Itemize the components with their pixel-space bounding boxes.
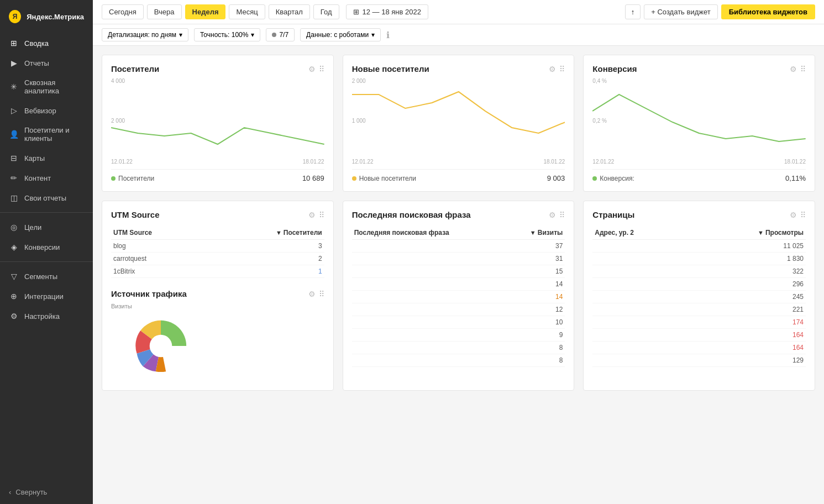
page-views: 174 <box>691 316 806 329</box>
chevron-down-icon3: ▾ <box>371 31 375 39</box>
traffic-section: Источник трафика ⚙ ⠿ Визиты <box>111 289 324 381</box>
new-visitors-dates: 12.01.22 18.01.22 <box>352 159 565 165</box>
sidebar-item-integracii[interactable]: ⊕ Интеграции <box>0 286 93 306</box>
conversion-legend-label: Конверсия: <box>592 175 634 182</box>
sidebar-item-karty-label: Карты <box>24 154 45 162</box>
utm-visitors-cell: 1 <box>209 265 324 278</box>
visitors-svg <box>111 78 324 155</box>
drag-icon2[interactable]: ⠿ <box>559 65 565 74</box>
search-phrase-icons: ⚙ ⠿ <box>549 211 565 219</box>
table-row: 31 <box>352 253 565 265</box>
visits-cell: 15 <box>507 265 565 278</box>
pages-col1: Адрес, ур. 2 <box>592 226 691 240</box>
settings-icon6[interactable]: ⚙ <box>308 290 316 298</box>
table-row: 164 <box>592 342 806 354</box>
visitors-legend-value: 10 689 <box>302 174 324 182</box>
sidebar-item-tseli[interactable]: ◎ Цели <box>0 217 93 237</box>
counter-dropdown[interactable]: 7/7 <box>266 28 295 41</box>
week-button[interactable]: Неделя <box>185 4 226 19</box>
settings-icon4[interactable]: ⚙ <box>549 211 556 219</box>
sidebar-collapse-button[interactable]: ‹ Свернуть <box>0 480 93 504</box>
drag-icon[interactable]: ⠿ <box>319 65 324 74</box>
sidebar-item-svoi[interactable]: ◫ Свои отчеты <box>0 188 93 208</box>
visitors-y-top: 4 000 <box>111 78 125 84</box>
page-addr <box>592 265 691 278</box>
date-range-picker[interactable]: ⊞ 12 — 18 янв 2022 <box>346 4 428 19</box>
collapse-label: Свернуть <box>15 488 47 496</box>
page-addr <box>592 291 691 303</box>
visits-cell: 14 <box>507 291 565 303</box>
visitors-legend-label: Посетители <box>111 175 154 182</box>
phrase-cell <box>352 240 507 253</box>
drag-icon5[interactable]: ⠿ <box>319 211 324 219</box>
sidebar-item-segmenty-label: Сегменты <box>24 272 57 281</box>
traffic-subtitle: Визиты <box>111 303 324 309</box>
sidebar-item-nastrojka[interactable]: ⚙ Настройка <box>0 306 93 326</box>
accuracy-dropdown[interactable]: Точность: 100% ▾ <box>194 28 260 41</box>
year-button[interactable]: Год <box>313 4 339 19</box>
sidebar-item-svodka[interactable]: ⊞ Сводка <box>0 33 93 53</box>
new-visitors-widget: Новые посетители ⚙ ⠿ 2 000 1 000 12.01.2… <box>343 55 575 192</box>
drag-icon6[interactable]: ⠿ <box>319 290 324 298</box>
library-button[interactable]: Библиотека виджетов <box>721 4 815 19</box>
table-row: 1cBitrix 1 <box>111 265 324 278</box>
quarter-button[interactable]: Квартал <box>269 4 310 19</box>
new-visitors-y-mid: 1 000 <box>352 118 366 124</box>
phrase-cell <box>352 265 507 278</box>
detail-dropdown[interactable]: Детализация: по дням ▾ <box>102 28 188 41</box>
table-row: 9 <box>352 329 565 342</box>
conversion-date-start: 12.01.22 <box>592 159 614 165</box>
page-views: 296 <box>691 278 806 291</box>
pages-table: Адрес, ур. 2 ▼ Просмотры 11 025 1 830 32… <box>592 226 806 367</box>
nastrojka-icon: ⚙ <box>9 312 19 321</box>
phrase-cell <box>352 278 507 291</box>
sidebar-item-svoi-label: Свои отчеты <box>24 194 66 202</box>
table-row: 11 025 <box>592 240 806 253</box>
visits-cell: 10 <box>507 316 565 329</box>
sidebar-item-vebvizor[interactable]: ▷ Вебвизор <box>0 101 93 120</box>
visitors-chart: 4 000 2 000 <box>111 78 324 158</box>
table-row: 10 <box>352 316 565 329</box>
page-views: 245 <box>691 291 806 303</box>
sidebar-item-segmenty[interactable]: ▽ Сегменты <box>0 266 93 286</box>
create-widget-button[interactable]: + Создать виджет <box>644 4 717 19</box>
settings-icon5[interactable]: ⚙ <box>308 211 316 219</box>
settings-icon[interactable]: ⚙ <box>308 65 316 74</box>
posetiteli-icon: 👤 <box>9 130 19 139</box>
visitors-dates: 12.01.22 18.01.22 <box>111 159 324 165</box>
settings-icon3[interactable]: ⚙ <box>790 65 797 74</box>
today-button[interactable]: Сегодня <box>102 4 144 19</box>
drag-icon4[interactable]: ⠿ <box>559 211 565 219</box>
page-addr <box>592 278 691 291</box>
sidebar-item-konversii[interactable]: ◈ Конверсии <box>0 237 93 257</box>
visits-cell: 31 <box>507 253 565 265</box>
upload-button[interactable]: ↑ <box>625 4 641 19</box>
pages-col2: ▼ Просмотры <box>691 226 806 240</box>
table-row: 322 <box>592 265 806 278</box>
visits-cell: 8 <box>507 342 565 354</box>
sidebar-item-kontent[interactable]: ✏ Контент <box>0 168 93 188</box>
drag-icon3[interactable]: ⠿ <box>800 65 806 74</box>
sidebar-item-skvoznaya[interactable]: ✳ Сквозная аналитика <box>0 73 93 101</box>
sidebar-item-karty[interactable]: ⊟ Карты <box>0 148 93 168</box>
settings-icon2[interactable]: ⚙ <box>549 65 556 74</box>
page-addr <box>592 303 691 316</box>
sidebar-item-posetiteli[interactable]: 👤 Посетители и клиенты <box>0 120 93 148</box>
settings-icon7[interactable]: ⚙ <box>790 211 797 219</box>
utm-visitors-cell: 3 <box>209 240 324 253</box>
page-views: 1 830 <box>691 253 806 265</box>
table-row: blog 3 <box>111 240 324 253</box>
table-row: 12 <box>352 303 565 316</box>
table-row: 37 <box>352 240 565 253</box>
month-button[interactable]: Месяц <box>229 4 265 19</box>
conversion-chart: 0,4 % 0,2 % <box>592 78 806 158</box>
drag-icon7[interactable]: ⠿ <box>800 211 806 219</box>
sidebar-item-skvoznaya-label: Сквозная аналитика <box>24 78 84 95</box>
skvoznaya-icon: ✳ <box>9 82 19 91</box>
yesterday-button[interactable]: Вчера <box>147 4 182 19</box>
conversion-y-mid: 0,2 % <box>592 118 607 124</box>
data-dropdown[interactable]: Данные: с роботами ▾ <box>300 28 381 41</box>
sidebar-item-otchety[interactable]: ▶ Отчеты <box>0 53 93 73</box>
conversion-widget-header: Конверсия ⚙ ⠿ <box>592 64 806 74</box>
tseli-icon: ◎ <box>9 223 19 232</box>
